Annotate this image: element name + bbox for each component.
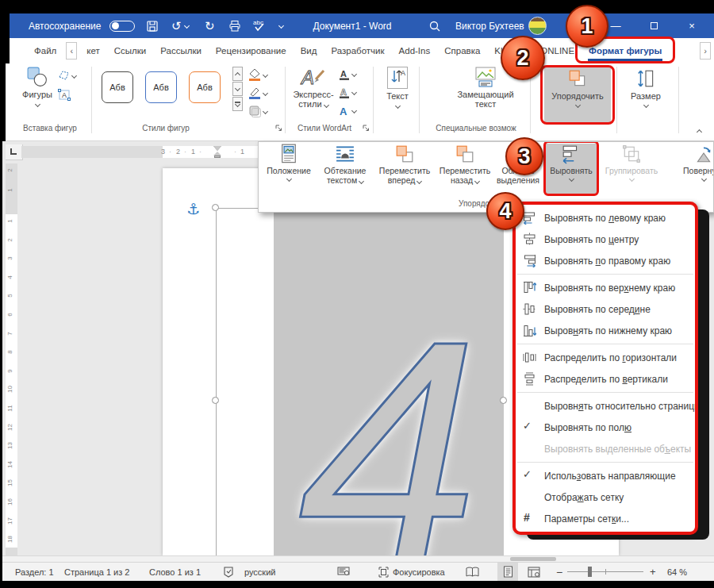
web-layout-button[interactable] — [528, 563, 540, 581]
menu-item-align-center[interactable]: Выровнять по центру — [516, 229, 695, 250]
menu-item-align-to-margin[interactable]: ✓ Выровнять по полю — [516, 417, 695, 438]
group-button[interactable]: Группировать — [598, 144, 665, 194]
gallery-more-button[interactable] — [232, 97, 243, 111]
gallery-down-button[interactable] — [232, 82, 243, 96]
menu-separator — [517, 462, 693, 463]
maximize-button[interactable] — [638, 13, 670, 38]
quick-print-button[interactable] — [228, 13, 242, 38]
shape-style-1[interactable]: Абв — [102, 71, 133, 103]
position-button[interactable]: Положение — [259, 144, 319, 194]
scrollbar-thumb[interactable] — [510, 557, 556, 561]
zoom-slider[interactable] — [567, 563, 643, 581]
arrange-button[interactable]: Упорядочить — [544, 67, 611, 123]
spelling-button[interactable]: abc — [252, 13, 267, 38]
tab-view[interactable]: Вид — [294, 38, 324, 63]
tab-help[interactable]: Справка — [437, 38, 487, 63]
svg-text:A: A — [62, 91, 67, 99]
tab-addins[interactable]: Add-Ins — [392, 38, 438, 63]
menu-item-grid-settings[interactable]: # Параметры сетки... — [516, 508, 695, 529]
menu-item-align-right[interactable]: Выровнять по правому краю — [516, 250, 695, 271]
zoom-level[interactable]: 64 % — [667, 563, 687, 581]
save-button[interactable] — [146, 13, 159, 38]
tab-file[interactable]: Файл — [27, 38, 63, 63]
menu-item-use-alignment-guides[interactable]: ✓ Использовать направляющие — [516, 465, 695, 486]
wordart-number[interactable]: 4 — [274, 292, 504, 555]
menu-item-show-gridlines[interactable]: Отображать сетку — [516, 486, 695, 508]
search-button[interactable] — [428, 13, 441, 38]
tab-references[interactable]: Ссылки — [107, 38, 154, 63]
text-box-button[interactable]: A — [58, 89, 71, 101]
wordart-dialog-launcher[interactable] — [363, 125, 370, 132]
menu-item-align-middle[interactable]: Выровнять по середине — [516, 298, 695, 320]
tab-review[interactable]: Рецензирование — [209, 38, 294, 63]
display-settings-button[interactable] — [337, 563, 350, 581]
shapes-button[interactable]: Фигуры — [17, 67, 58, 123]
send-backward-button[interactable]: Переместить назад — [430, 144, 500, 194]
selection-handle-left[interactable] — [212, 397, 219, 404]
account-name[interactable]: Виктор Бухтеев — [455, 13, 524, 38]
align-menu: Выровнять по левому краю Выровнять по це… — [512, 202, 698, 535]
shape-effects-button[interactable] — [248, 105, 267, 117]
size-button[interactable]: Размер — [620, 67, 671, 123]
tab-developer[interactable]: Разработчик — [324, 38, 391, 63]
group-label-wordart: Стили WordArt — [288, 124, 361, 133]
avatar[interactable] — [528, 13, 547, 38]
bring-forward-button[interactable]: Переместить вперед — [370, 144, 440, 194]
status-words[interactable]: Слово 1 из 1 — [149, 563, 201, 581]
close-button[interactable]: × — [676, 13, 708, 38]
active-tab-underline — [588, 59, 662, 61]
focus-mode-button[interactable]: Фокусировка — [378, 563, 445, 581]
svg-text:А: А — [340, 69, 347, 79]
horizontal-scrollbar[interactable] — [2, 555, 714, 562]
shape-fill-button[interactable] — [248, 68, 267, 81]
selection-handle-right[interactable] — [500, 397, 507, 404]
svg-text:A: A — [340, 106, 347, 117]
align-button[interactable]: Выровнять — [546, 144, 597, 194]
shape-styles-dialog-launcher[interactable] — [275, 125, 282, 132]
zoom-in-button[interactable]: + — [650, 563, 656, 581]
gallery-up-button[interactable] — [232, 67, 243, 81]
selection-border-left — [216, 208, 217, 555]
text-effects-button[interactable]: A — [339, 105, 356, 117]
collapse-ribbon-button[interactable] — [697, 129, 702, 135]
tab-stop-selector[interactable] — [6, 144, 23, 160]
left-indent-marker[interactable] — [214, 156, 221, 158]
tabs-scroll-left[interactable]: ‹ — [66, 42, 77, 60]
text-outline-button[interactable]: А — [339, 86, 356, 98]
tab-mailings[interactable]: Рассылки — [153, 38, 209, 63]
menu-item-align-to-page[interactable]: Выровнять относительно страницы — [516, 395, 695, 417]
proofing-status-button[interactable] — [223, 563, 234, 581]
read-mode-button[interactable] — [466, 563, 479, 581]
undo-button[interactable]: ↺ — [171, 13, 189, 38]
redo-button[interactable]: ↻ — [205, 13, 215, 38]
text-outline-icon: А — [339, 86, 350, 98]
status-section[interactable]: Раздел: 1 — [15, 563, 54, 581]
tabs-scroll-right[interactable]: › — [700, 42, 711, 60]
status-page[interactable]: Страница 1 из 2 — [64, 563, 129, 581]
position-icon — [279, 144, 298, 164]
zoom-out-button[interactable]: − — [556, 563, 562, 581]
quick-styles-button[interactable]: А Экспресс-стили — [291, 67, 336, 123]
menu-item-align-top[interactable]: Выровнять по верхнему краю — [516, 277, 695, 298]
rotate-button[interactable]: Повернуть — [668, 144, 714, 194]
print-layout-button[interactable] — [497, 563, 518, 581]
text-fill-button[interactable]: А — [339, 68, 356, 80]
shape-outline-button[interactable] — [248, 86, 267, 99]
tab-layout-clipped[interactable]: кет — [79, 38, 106, 63]
selection-handle-topleft[interactable] — [212, 204, 219, 211]
menu-item-align-bottom[interactable]: Выровнять по нижнему краю — [516, 320, 695, 341]
shape-style-3[interactable]: Абв — [189, 71, 221, 103]
zoom-slider-thumb[interactable] — [588, 567, 592, 577]
shape-effects-icon — [248, 105, 261, 117]
first-line-indent-marker[interactable] — [213, 146, 221, 151]
shape-style-2[interactable]: Абв — [145, 71, 177, 103]
menu-item-distribute-horizontal[interactable]: Распределить по горизонтали — [516, 347, 695, 368]
text-direction-button[interactable]: A Текст — [381, 67, 414, 123]
qat-more-button[interactable] — [279, 13, 283, 38]
menu-item-align-left[interactable]: Выровнять по левому краю — [516, 207, 695, 229]
menu-item-distribute-vertical[interactable]: Распределить по вертикали — [516, 368, 695, 390]
status-language[interactable]: русский — [244, 563, 275, 581]
distribute-horizontal-icon — [523, 351, 536, 364]
autosave-toggle[interactable] — [109, 13, 135, 38]
edit-shape-button[interactable] — [58, 70, 76, 81]
